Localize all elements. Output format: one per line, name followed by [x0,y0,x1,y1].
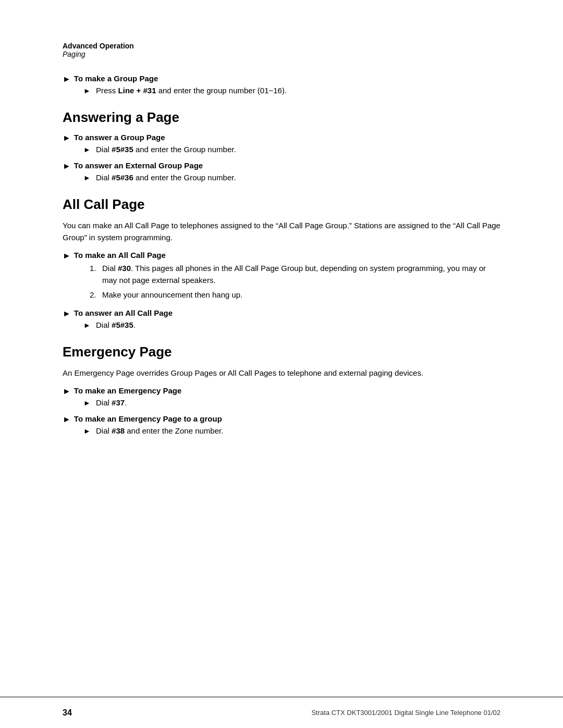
answer-group-page-heading-row: ► To answer a Group Page [63,133,500,143]
answer-group-page-heading: To answer a Group Page [74,133,165,142]
answer-ext-group-page-sub: ► Dial #5#36 and enter the Group number. [83,173,500,182]
emergency-section: Emergency Page An Emergency Page overrid… [63,344,500,436]
37-bold: #37 [112,398,125,407]
answer-allcall-text: Dial #5#35. [96,320,136,329]
arrow-icon: ► [63,133,71,143]
5-36-bold: #5#36 [112,173,133,182]
emergency-intro: An Emergency Page overrides Group Pages … [63,367,500,379]
page-number: 34 [63,708,72,718]
item-text-1: Dial #30. This pages all phones in the A… [102,263,500,286]
answer-group-page-text: Dial #5#35 and enter the Group number. [96,145,236,154]
arrow-icon: ► [63,251,71,261]
answer-ext-group-page-heading-row: ► To answer an External Group Page [63,161,500,171]
arrow-icon: ► [63,309,71,318]
answer-ext-group-page-text: Dial #5#36 and enter the Group number. [96,173,236,182]
5-35-bold: #5#35 [112,145,133,154]
numbered-item-1: 1. Dial #30. This pages all phones in th… [90,263,500,286]
make-emergency-heading-row: ► To make an Emergency Page [63,386,500,396]
answer-group-page-block: ► To answer a Group Page ► Dial #5#35 an… [63,133,500,154]
answer-allcall-sub: ► Dial #5#35. [83,320,500,329]
footer: 34 Strata CTX DKT3001/2001 Digital Singl… [0,697,563,728]
emergency-title: Emergency Page [63,344,500,360]
answer-allcall-heading-row: ► To answer an All Call Page [63,309,500,318]
make-emergency-block: ► To make an Emergency Page ► Dial #37. [63,386,500,407]
group-page-section: ► To make a Group Page ► Press Line + #3… [63,74,500,95]
5-35-bold-2: #5#35 [112,320,133,329]
make-emergency-group-heading: To make an Emergency Page to a group [74,414,222,423]
make-allcall-heading: To make an All Call Page [74,251,166,260]
make-emergency-group-text: Dial #38 and enter the Zone number. [96,426,223,435]
make-allcall-heading-row: ► To make an All Call Page [63,251,500,261]
make-emergency-group-sub: ► Dial #38 and enter the Zone number. [83,426,500,435]
answer-allcall-block: ► To answer an All Call Page ► Dial #5#3… [63,309,500,329]
answer-ext-group-page-heading: To answer an External Group Page [74,161,203,170]
answering-title: Answering a Page [63,109,500,126]
answering-section: Answering a Page ► To answer a Group Pag… [63,109,500,182]
make-emergency-text: Dial #37. [96,398,127,407]
header-area: Advanced Operation Paging [0,0,563,69]
arrow-icon: ► [63,387,71,396]
arrow-icon: ► [63,162,71,171]
num-1: 1. [90,263,102,286]
numbered-item-2: 2. Make your announcement then hang up. [90,289,500,301]
make-emergency-group-heading-row: ► To make an Emergency Page to a group [63,414,500,424]
group-page-sub: ► Press Line + #31 and enter the group n… [83,86,500,95]
sub-arrow-icon: ► [83,174,91,182]
make-emergency-heading: To make an Emergency Page [74,386,181,395]
sub-arrow-icon: ► [83,145,91,154]
item-text-2: Make your announcement then hang up. [102,289,500,301]
content-area: ► To make a Group Page ► Press Line + #3… [0,69,563,484]
footer-doc-info: Strata CTX DKT3001/2001 Digital Single L… [311,709,500,717]
allcall-section: All Call Page You can make an All Call P… [63,196,500,329]
plus31-bold: + #31 [134,86,156,95]
38-bold: #38 [112,426,125,435]
make-allcall-numbered: 1. Dial #30. This pages all phones in th… [90,263,500,301]
group-page-heading: To make a Group Page [74,74,158,83]
header-section-sub: Paging [63,50,500,58]
answer-allcall-heading: To answer an All Call Page [74,309,173,317]
make-emergency-sub: ► Dial #37. [83,398,500,407]
make-allcall-block: ► To make an All Call Page 1. Dial #30. … [63,251,500,301]
30-bold: #30 [118,264,131,273]
sub-arrow-icon: ► [83,399,91,407]
sub-arrow-icon: ► [83,321,91,329]
group-page-instruction-text: Press Line + #31 and enter the group num… [96,86,287,95]
sub-arrow-icon: ► [83,87,91,95]
allcall-title: All Call Page [63,196,500,213]
page-container: Advanced Operation Paging ► To make a Gr… [0,0,563,728]
sub-arrow-icon: ► [83,427,91,435]
allcall-intro: You can make an All Call Page to telepho… [63,220,500,243]
header-section-label: Advanced Operation [63,42,500,50]
answer-ext-group-page-block: ► To answer an External Group Page ► Dia… [63,161,500,182]
group-page-heading-row: ► To make a Group Page [63,74,500,84]
arrow-icon: ► [63,75,71,84]
line-bold: Line [118,86,134,95]
make-emergency-group-block: ► To make an Emergency Page to a group ►… [63,414,500,435]
num-2: 2. [90,289,102,301]
answer-group-page-sub: ► Dial #5#35 and enter the Group number. [83,145,500,154]
arrow-icon: ► [63,415,71,424]
